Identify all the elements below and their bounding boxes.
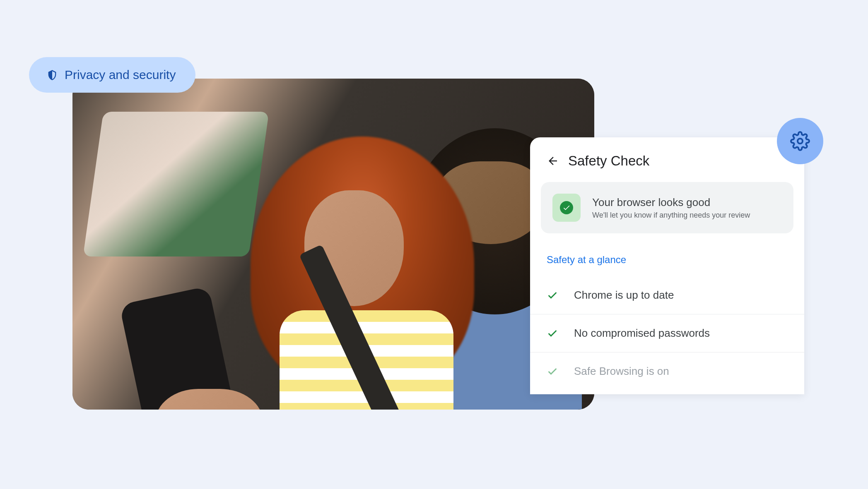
back-arrow-icon[interactable] [547,155,559,167]
privacy-chip-label: Privacy and security [65,68,176,82]
status-subtitle: We'll let you know if anything needs you… [592,211,750,220]
check-label: Chrome is up to date [574,289,674,302]
check-list: Chrome is up to date No compromised pass… [530,276,804,394]
safety-check-header: Safety Check [530,137,804,182]
privacy-security-chip[interactable]: Privacy and security [29,57,195,93]
settings-gear-badge[interactable] [777,118,823,164]
check-item-passwords[interactable]: No compromised passwords [530,314,804,352]
status-icon-box [552,194,581,222]
section-label: Safety at a glance [530,248,804,276]
check-label: Safe Browsing is on [574,365,669,378]
gear-icon [790,131,810,151]
safety-check-card: Safety Check Your browser looks good We'… [530,137,804,394]
check-icon [547,290,558,301]
check-icon [547,328,558,339]
check-label: No compromised passwords [574,327,710,340]
hero-illustration [72,79,594,410]
check-circle-icon [560,201,573,214]
check-item-update[interactable]: Chrome is up to date [530,276,804,314]
status-text: Your browser looks good We'll let you kn… [592,196,750,220]
check-item-safebrowsing[interactable]: Safe Browsing is on [530,352,804,394]
status-title: Your browser looks good [592,196,750,209]
shield-icon [46,69,58,81]
check-icon [547,366,558,377]
svg-point-0 [798,139,803,144]
hero-image [72,79,594,410]
status-banner: Your browser looks good We'll let you kn… [541,182,793,233]
safety-check-title: Safety Check [568,153,649,169]
